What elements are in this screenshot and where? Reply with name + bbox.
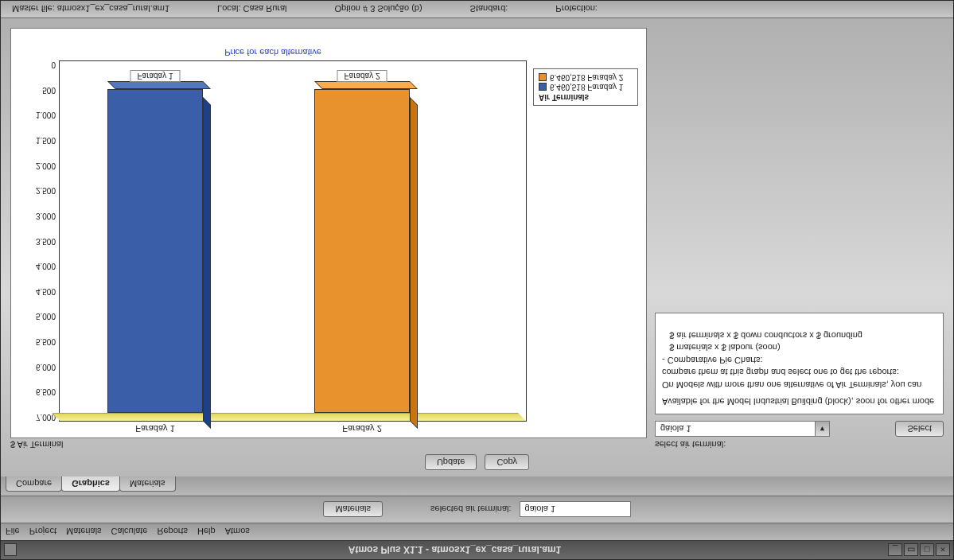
materials-button[interactable]: Materials [323,502,383,518]
close-button[interactable]: × [936,544,950,557]
info-box: Available for the Model Industrial Build… [655,313,944,414]
bar-category-label: Faraday 1 [135,424,175,434]
legend-row: 6.460,518 Faraday 1 [539,83,633,91]
tab-compare[interactable]: Compare [6,476,62,492]
legend-text: 6.460,518 Faraday 1 [550,83,623,91]
dropdown-value: gaiola 1 [656,424,815,434]
toolbar: Materials selected air terminal: gaiola … [1,496,953,523]
legend-text: 6.460,518 Faraday 2 [550,73,623,82]
plot: Faraday 1Faraday 1Faraday 2Faraday 2 [59,60,527,422]
update-button[interactable]: Update [425,454,477,470]
menubar: File Project Materials Calculate Reports… [1,523,953,540]
window-title: Atmos Plus X1.1 - atmosx1_ex_casa_rural.… [21,545,888,556]
menu-materials[interactable]: Materials [66,527,102,537]
menu-project[interactable]: Project [29,527,56,537]
y-tick: 1.500 [21,136,56,145]
bar-front [107,89,203,413]
menu-reports[interactable]: Reports [157,527,188,537]
side-panel: select air terminal: gaiola 1 ▼ Select A… [655,28,944,449]
chart-plot-area: 05001.0001.5002.0002.5003.0003.5004.0004… [59,60,527,422]
bar-value-label: Faraday 2 [337,70,387,82]
y-tick: 7.000 [21,413,56,422]
restore-button[interactable]: ▭ [904,544,918,557]
terminal-dropdown[interactable]: gaiola 1 ▼ [655,421,830,437]
app-window: Atmos Plus X1.1 - atmosx1_ex_casa_rural.… [0,0,954,560]
y-tick: 500 [21,86,56,95]
plot-floor [52,413,526,421]
info-line: Available for the Model Industrial Build… [662,395,936,407]
status-protection: Protection: [555,5,598,14]
menu-help[interactable]: Help [197,527,216,537]
legend: Air Terminals 6.460,518 Faraday 16.460,5… [533,68,638,106]
status-standard: Standard: [470,5,508,14]
legend-title: Air Terminals [539,93,633,102]
y-tick: 3.500 [21,237,56,246]
selected-terminal-label: selected air terminal: [430,505,512,515]
bar-side [410,97,418,429]
info-line: - Comparative Pie Charts: [662,353,936,365]
tab-materials[interactable]: Materials [119,476,176,492]
menu-file[interactable]: File [6,527,20,537]
status-master: Master file: atmosx1_ex_casa_rural.am1 [12,5,169,14]
bar-value-label: Faraday 1 [130,70,180,82]
y-tick: 0 [21,60,56,69]
info-line: compare them at this graph and select on… [662,366,936,378]
panel-row: $ Air Terminal 05001.0001.5002.0002.5003… [10,28,944,449]
select-button[interactable]: Select [895,421,944,437]
y-tick: 2.500 [21,186,56,195]
select-terminal-label: select air terminal: [655,440,944,449]
copy-button[interactable]: Copy [485,454,529,470]
chart-box: 05001.0001.5002.0002.5003.0003.5004.0004… [10,28,647,438]
bar-top [314,81,418,89]
info-line: On Models with more than one alternative… [662,378,936,390]
legend-swatch [539,74,547,82]
bar-top [107,81,211,89]
y-tick: 2.000 [21,161,56,170]
bar-category-label: Faraday 2 [342,424,382,434]
bar-side [203,97,211,429]
bar-front [314,89,410,413]
chart-panel-title: $ Air Terminal [10,440,647,449]
y-tick: 5.500 [21,337,56,346]
legend-row: 6.460,518 Faraday 2 [539,73,633,82]
menu-calculate[interactable]: Calculate [111,527,148,537]
chart-title: Price for each alternative [11,48,535,57]
y-tick: 1.000 [21,111,56,119]
maximize-button[interactable]: □ [920,544,934,557]
y-tick: 4.500 [21,287,56,296]
info-line: $ materials x $ labour (soon) [662,341,936,353]
menu-atmos[interactable]: Atmos [225,527,250,537]
app-icon [4,544,17,557]
selected-terminal-field[interactable]: gaiola 1 [520,502,631,518]
y-tick: 6.000 [21,363,56,371]
legend-swatch [539,84,547,91]
tabs: Compare Graphics Materials [1,476,953,496]
tab-graphics[interactable]: Graphics [61,476,120,492]
status-local: Local: Casa Rural [217,5,286,14]
y-tick: 6.500 [21,387,56,396]
minimize-button[interactable]: _ [888,544,902,557]
info-line: $ air terminals x $ down conductors x $ … [662,329,936,341]
chevron-down-icon[interactable]: ▼ [815,422,829,436]
y-tick: 4.000 [21,262,56,270]
chart-panel: $ Air Terminal 05001.0001.5002.0002.5003… [10,28,647,449]
y-tick: 3.000 [21,212,56,220]
y-axis: 05001.0001.5002.0002.5003.0003.5004.0004… [21,60,56,422]
status-bar: Master file: atmosx1_ex_casa_rural.am1 L… [1,1,953,18]
titlebar: Atmos Plus X1.1 - atmosx1_ex_casa_rural.… [1,540,953,559]
status-option: Option # 3 Solução (b) [335,5,422,14]
action-row: Update Copy [10,454,944,470]
bar-faraday-2: Faraday 2Faraday 2 [314,89,410,413]
content-area: Update Copy $ Air Terminal 05001.0001.50… [1,18,953,476]
bar-faraday-1: Faraday 1Faraday 1 [107,89,203,413]
y-tick: 5.000 [21,312,56,321]
